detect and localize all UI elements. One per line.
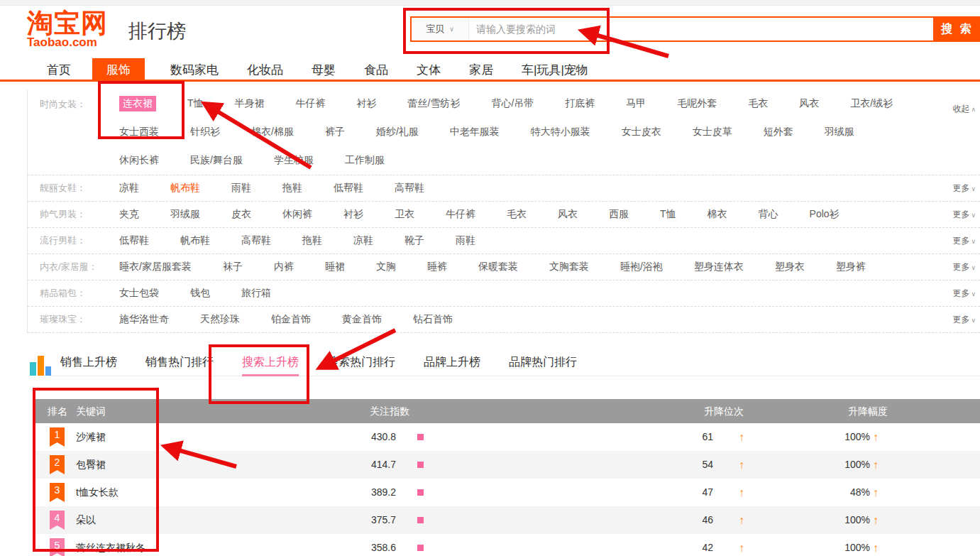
category-item[interactable]: 牛仔裤: [446, 208, 475, 221]
category-item[interactable]: 塑身裤: [836, 261, 866, 273]
nav-item[interactable]: 数码家电: [167, 58, 221, 82]
category-item[interactable]: 毛衣: [748, 97, 768, 110]
category-item[interactable]: 天然珍珠: [200, 313, 240, 326]
nav-item[interactable]: 家居: [466, 58, 496, 82]
search-category-dropdown[interactable]: 宝贝 ∨: [412, 18, 469, 40]
category-item[interactable]: 低帮鞋: [334, 182, 363, 195]
category-item[interactable]: 凉鞋: [119, 182, 139, 195]
category-item[interactable]: 铂金首饰: [271, 313, 311, 326]
category-item[interactable]: 塑身衣: [775, 261, 805, 273]
category-item[interactable]: 背心/吊带: [491, 97, 534, 110]
category-item[interactable]: 钻石首饰: [413, 313, 453, 326]
category-item[interactable]: 特大特小服装: [531, 126, 590, 138]
collapse-link[interactable]: 收起∧: [952, 103, 976, 115]
category-item[interactable]: 女士皮草: [693, 126, 732, 138]
rank-tab[interactable]: 销售热门排行: [145, 353, 214, 374]
category-item[interactable]: 连衣裙: [119, 96, 156, 111]
category-item[interactable]: 背心: [759, 208, 778, 221]
keyword-cell[interactable]: t恤女长款: [76, 479, 119, 506]
category-item[interactable]: 卫衣/绒衫: [850, 97, 893, 110]
category-item[interactable]: 衬衫: [357, 97, 377, 110]
nav-item[interactable]: 母婴: [309, 58, 338, 82]
category-item[interactable]: 牛仔裤: [296, 97, 326, 110]
category-item[interactable]: 旅行箱: [241, 287, 271, 300]
category-item[interactable]: 针织衫: [190, 126, 220, 138]
category-item[interactable]: 羽绒服: [825, 126, 854, 138]
category-item[interactable]: 学生校服: [274, 154, 314, 167]
category-item[interactable]: 毛衣: [507, 208, 527, 221]
category-item[interactable]: 雨鞋: [456, 234, 475, 247]
category-item[interactable]: 凉鞋: [353, 234, 373, 247]
nav-item[interactable]: 首页: [44, 58, 74, 82]
rank-tab[interactable]: 品牌上升榜: [424, 353, 480, 374]
category-item[interactable]: 女士皮衣: [622, 126, 661, 138]
category-item[interactable]: 工作制服: [345, 154, 385, 167]
category-item[interactable]: 靴子: [404, 234, 424, 247]
category-item[interactable]: T恤: [187, 97, 204, 110]
nav-item[interactable]: 食品: [361, 58, 391, 82]
category-item[interactable]: 蕾丝/雪纺衫: [408, 97, 461, 110]
keyword-cell[interactable]: 包臀裙: [76, 451, 106, 479]
category-item[interactable]: 袜子: [223, 261, 243, 273]
category-item[interactable]: 衬衫: [343, 208, 363, 221]
category-item[interactable]: 睡衣/家居服套装: [119, 261, 192, 273]
rank-tab[interactable]: 销售上升榜: [60, 353, 117, 374]
nav-item[interactable]: 车|玩具|宠物: [519, 58, 591, 82]
category-item[interactable]: 毛呢外套: [677, 97, 717, 110]
rank-tab[interactable]: 搜索上升榜: [242, 353, 299, 376]
category-item[interactable]: 中老年服装: [450, 126, 500, 138]
keyword-cell[interactable]: 蕾丝连衣裙秋冬: [76, 534, 145, 556]
category-item[interactable]: T恤: [660, 208, 676, 221]
category-item[interactable]: 民族/舞台服: [190, 154, 243, 167]
nav-item[interactable]: 服饰: [92, 58, 145, 82]
category-item[interactable]: 黄金首饰: [342, 313, 382, 326]
category-item[interactable]: 睡裤: [427, 261, 447, 273]
category-item[interactable]: 棉衣/棉服: [251, 126, 294, 138]
more-link[interactable]: 更多∨: [952, 261, 976, 273]
category-item[interactable]: 施华洛世奇: [119, 313, 169, 326]
category-item[interactable]: 打底裤: [565, 97, 595, 110]
nav-item[interactable]: 文体: [414, 58, 444, 82]
category-item[interactable]: 文胸套装: [549, 261, 589, 273]
category-item[interactable]: 塑身连体衣: [694, 261, 744, 273]
category-item[interactable]: 雨鞋: [231, 182, 251, 195]
more-link[interactable]: 更多∨: [952, 209, 976, 221]
more-link[interactable]: 更多∨: [952, 314, 976, 326]
nav-item[interactable]: 化妆品: [244, 58, 286, 82]
category-item[interactable]: 保暖套装: [478, 261, 518, 273]
category-item[interactable]: 西服: [609, 208, 629, 221]
rank-tab[interactable]: 品牌热门排行: [509, 353, 577, 374]
category-item[interactable]: 睡袍/浴袍: [620, 261, 663, 273]
category-item[interactable]: 卫衣: [395, 208, 414, 221]
category-item[interactable]: 女士包袋: [119, 287, 159, 300]
category-item[interactable]: 休闲长裤: [119, 154, 159, 167]
category-item[interactable]: 女士西装: [119, 126, 159, 138]
category-item[interactable]: 高帮鞋: [241, 234, 271, 247]
more-link[interactable]: 更多∨: [952, 235, 976, 247]
category-item[interactable]: 帆布鞋: [180, 234, 210, 247]
category-item[interactable]: 棉衣: [708, 208, 727, 221]
category-item[interactable]: 皮衣: [231, 208, 251, 221]
category-item[interactable]: 马甲: [626, 97, 646, 110]
category-item[interactable]: 婚纱/礼服: [376, 126, 419, 138]
category-item[interactable]: 夹克: [119, 208, 139, 221]
more-link[interactable]: 更多∨: [952, 288, 976, 300]
category-item[interactable]: Polo衫: [810, 208, 839, 221]
category-item[interactable]: 风衣: [799, 97, 819, 110]
category-item[interactable]: 睡裙: [325, 261, 345, 273]
keyword-cell[interactable]: 朵以: [76, 506, 96, 534]
category-item[interactable]: 休闲裤: [282, 208, 312, 221]
category-item[interactable]: 高帮鞋: [395, 182, 424, 195]
search-input[interactable]: [469, 18, 933, 40]
rank-tab[interactable]: 搜索热门排行: [327, 353, 395, 374]
category-item[interactable]: 内裤: [274, 261, 294, 273]
category-item[interactable]: 钱包: [190, 287, 210, 300]
category-item[interactable]: 羽绒服: [170, 208, 200, 221]
category-item[interactable]: 风衣: [558, 208, 578, 221]
category-item[interactable]: 文胸: [376, 261, 396, 273]
category-item[interactable]: 拖鞋: [282, 182, 302, 195]
category-item[interactable]: 帆布鞋: [170, 182, 200, 195]
search-button[interactable]: 搜 索: [935, 16, 980, 42]
category-item[interactable]: 拖鞋: [302, 234, 322, 247]
keyword-cell[interactable]: 沙滩裙: [76, 423, 106, 451]
